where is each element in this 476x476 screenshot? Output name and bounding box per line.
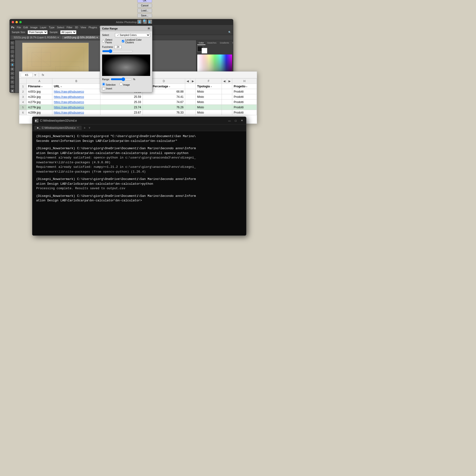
cr-eyedropper-add-btn[interactable]: 💧+: [143, 19, 147, 24]
excel-cell-filename-4[interactable]: rc275r.jpg: [27, 100, 52, 105]
excel-cell-white-3[interactable]: 74.41: [143, 94, 185, 100]
excel-cell-progetto-3[interactable]: Prodotti: [232, 94, 257, 100]
ps-menu-ps[interactable]: Ps: [11, 26, 14, 29]
cmd-tab-close-btn[interactable]: ✕: [77, 126, 79, 129]
ps-tool-lasso[interactable]: ⌒: [11, 50, 14, 53]
cr-fuzziness-input[interactable]: 24: [115, 45, 122, 49]
ps-menu-image[interactable]: Image: [30, 26, 38, 29]
excel-dropdown-arrow[interactable]: ▼: [34, 73, 37, 77]
cr-load-button[interactable]: Load...: [137, 9, 152, 13]
ps-tab-1[interactable]: 31521c.png @ 16.7% (Layer 0, RGB/8#) ✕: [11, 36, 61, 39]
excel-cell-url-5[interactable]: https://raw.githubuserco: [52, 105, 101, 110]
excel-cell-url-4[interactable]: https://raw.githubuserco: [52, 100, 101, 105]
excel-cell-white-5[interactable]: 76.26: [143, 105, 185, 110]
ps-menu-edit[interactable]: Edit: [23, 26, 28, 29]
cr-selection-radio[interactable]: [102, 83, 105, 86]
cr-cancel-button[interactable]: Cancel: [137, 3, 152, 8]
excel-cell-filename-6[interactable]: rc289r.jpg: [27, 110, 52, 115]
ps-menu-plugins[interactable]: Plugins: [88, 26, 97, 29]
ps-tool-brush[interactable]: ✏: [11, 72, 14, 75]
excel-cell-tipologia-3[interactable]: Misto: [196, 94, 222, 100]
cr-invert-checkbox[interactable]: [102, 87, 105, 90]
excel-cell-tipologia-2[interactable]: Misto: [196, 89, 222, 94]
ps-background-color[interactable]: [202, 48, 207, 53]
excel-cell-url-6[interactable]: https://raw.githubuserco: [52, 110, 101, 115]
excel-header-progetto[interactable]: Progetto▼: [232, 84, 257, 89]
excel-col-g-arrow[interactable]: ◀: [222, 79, 227, 84]
ps-menu-layer[interactable]: Layer: [40, 26, 47, 29]
excel-col-h[interactable]: H: [232, 79, 257, 84]
excel-cell-filename-3[interactable]: rc281r.jpg: [27, 94, 52, 100]
ps-menu-type[interactable]: Type: [49, 26, 54, 29]
excel-header-filename[interactable]: Filename▼: [27, 84, 52, 89]
ps-right-tab-swatches[interactable]: Swatches: [206, 41, 218, 45]
excel-header-tipologia[interactable]: Tipologia▼: [196, 84, 222, 89]
ps-tool-move[interactable]: ↖: [11, 41, 14, 45]
excel-cell-ref[interactable]: K5: [21, 73, 33, 77]
ps-tool-crop[interactable]: ⊞: [11, 59, 14, 62]
excel-cell-filename-2[interactable]: rc001r.jpg: [27, 89, 52, 94]
cmd-tab-arrow-btn[interactable]: ∨: [87, 126, 91, 129]
excel-cell-black-5[interactable]: 23.74: [101, 105, 143, 110]
cr-range-slider[interactable]: [111, 77, 132, 81]
excel-cell-progetto-2[interactable]: Prodotti: [232, 89, 257, 94]
cr-image-radio[interactable]: [119, 83, 122, 86]
cmd-minimize-btn[interactable]: —: [227, 119, 231, 122]
cmd-close-btn[interactable]: ✕: [240, 119, 244, 122]
excel-header-url[interactable]: URL▼: [52, 84, 101, 89]
excel-col-f[interactable]: F: [196, 79, 222, 84]
ps-sample-select[interactable]: All Layers: [60, 30, 76, 34]
excel-col-b[interactable]: B: [52, 79, 101, 84]
excel-cell-black-4[interactable]: 25.33: [101, 100, 143, 105]
cr-close-button[interactable]: ✕: [147, 27, 150, 30]
cr-eyedropper-btn[interactable]: 💧: [137, 19, 142, 24]
cr-selection-label[interactable]: Selection: [102, 83, 116, 86]
cmd-tab-add-btn[interactable]: +: [83, 126, 86, 130]
ps-minimize-dot[interactable]: [16, 21, 18, 23]
excel-cell-white-6[interactable]: 76.33: [143, 110, 185, 115]
ps-close-dot[interactable]: [12, 21, 14, 23]
ps-tool-history[interactable]: ⟳: [11, 80, 14, 84]
cr-save-button[interactable]: Save...: [137, 14, 152, 17]
ps-search-icon[interactable]: 🔍: [228, 31, 231, 34]
cr-eyedropper-sub-btn[interactable]: 💧-: [148, 19, 152, 24]
excel-col-f-arrow[interactable]: ▶: [190, 79, 196, 84]
ps-tool-select[interactable]: ⬚: [11, 46, 14, 49]
ps-sample-size-select[interactable]: Point Sample: [28, 30, 48, 34]
excel-cell-progetto-4[interactable]: Prodotti: [232, 100, 257, 105]
ps-right-tab-color[interactable]: Color: [197, 41, 205, 45]
excel-col-a[interactable]: A: [27, 79, 52, 84]
cr-detect-faces-checkbox[interactable]: [102, 40, 104, 42]
excel-cell-tipologia-5[interactable]: Misto: [196, 105, 222, 110]
ps-menu-filter[interactable]: Filter: [67, 26, 72, 29]
ps-maximize-dot[interactable]: [19, 21, 22, 23]
cr-localized-checkbox[interactable]: [122, 40, 124, 42]
excel-cell-black-3[interactable]: 25.59: [101, 94, 143, 100]
excel-cell-url-2[interactable]: https://raw.githubuserco: [52, 89, 101, 94]
ps-tab-2[interactable]: art052r.png @ 50% (RGB/8#) ✕: [62, 36, 101, 39]
cr-select-dropdown[interactable]: ✓ Sampled Colors: [115, 33, 150, 37]
cmd-tab-1[interactable]: ▶_ C:\Windows\system32\cmd.e ✕: [34, 126, 82, 130]
excel-cell-progetto-5[interactable]: Prodotti: [232, 105, 257, 110]
excel-cell-black-6[interactable]: 23.67: [101, 110, 143, 115]
ps-menu-select[interactable]: Select: [57, 26, 64, 29]
ps-right-tab-properties[interactable]: Properties: [231, 41, 233, 45]
cmd-maximize-btn[interactable]: □: [234, 119, 238, 122]
excel-cell-url-3[interactable]: https://raw.githubuserco: [52, 94, 101, 100]
ps-menu-3d[interactable]: 3D: [75, 26, 78, 29]
excel-cell-white-4[interactable]: 74.67: [143, 100, 185, 105]
ps-tool-eyedrop[interactable]: 💧: [11, 63, 14, 67]
excel-cell-tipologia-4[interactable]: Misto: [196, 100, 222, 105]
excel-col-e-arrow[interactable]: ◀: [185, 79, 190, 84]
ps-menu-view[interactable]: View: [81, 26, 86, 29]
ps-tool-eraser[interactable]: ◻: [11, 85, 14, 88]
ps-right-tab-gradients[interactable]: Gradients: [219, 41, 231, 45]
ps-tool-heal[interactable]: ✚: [11, 67, 14, 71]
ps-menu-file[interactable]: File: [17, 26, 21, 29]
ps-tool-magic[interactable]: ✦: [11, 54, 14, 58]
cr-image-label[interactable]: Image: [119, 83, 130, 86]
cr-fuzziness-slider[interactable]: [102, 49, 133, 53]
excel-cell-filename-5[interactable]: rc278r.jpg: [27, 105, 52, 110]
ps-tool-paint[interactable]: ▣: [11, 89, 14, 93]
excel-col-h-arrow[interactable]: ▶: [227, 79, 232, 84]
